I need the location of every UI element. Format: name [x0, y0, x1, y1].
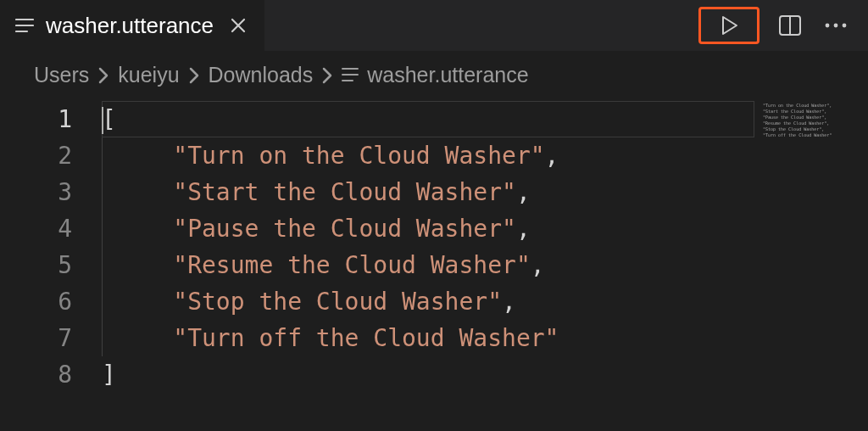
play-icon [718, 14, 740, 36]
close-icon[interactable] [229, 16, 248, 35]
breadcrumb-file[interactable]: washer.utterance [342, 63, 528, 87]
split-editor-button[interactable] [775, 11, 805, 40]
tab-group: washer.utterance [0, 0, 264, 51]
line-number: 6 [0, 283, 102, 320]
code-content[interactable]: [ "Turn on the Cloud Washer", "Start the… [102, 99, 559, 393]
code-line[interactable]: "Turn off the Cloud Washer" [102, 320, 559, 356]
file-lines-icon [15, 17, 34, 34]
minimap-line: "Start the Cloud Washer", [763, 109, 863, 115]
minimap[interactable]: "Turn on the Cloud Washer","Start the Cl… [758, 99, 868, 393]
code-line[interactable]: "Resume the Cloud Washer", [102, 247, 559, 283]
chevron-right-icon [188, 66, 200, 85]
breadcrumb-segment[interactable]: kueiyu [118, 63, 179, 87]
line-number: 7 [0, 320, 102, 356]
line-number: 3 [0, 174, 102, 210]
minimap-line: "Pause the Cloud Washer", [763, 115, 863, 120]
more-actions-button[interactable] [821, 19, 851, 32]
line-number: 5 [0, 247, 102, 283]
minimap-line: "Stop the Cloud Washer", [763, 126, 863, 132]
minimap-line: "Turn on the Cloud Washer", [763, 103, 863, 109]
code-line[interactable]: "Turn on the Cloud Washer", [102, 137, 559, 174]
chevron-right-icon [97, 66, 109, 85]
tab-title: washer.utterance [46, 13, 214, 39]
breadcrumb-segment[interactable]: Downloads [209, 63, 314, 87]
tab-actions [698, 7, 868, 44]
minimap-line: "Turn off the Cloud Washer" [763, 132, 863, 138]
code-line[interactable]: ] [102, 356, 559, 393]
minimap-line: "Resume the Cloud Washer", [763, 120, 863, 126]
breadcrumb: Users kueiyu Downloads washer.utterance [0, 51, 868, 99]
code-line[interactable]: "Stop the Cloud Washer", [102, 283, 559, 320]
chevron-right-icon [321, 66, 333, 85]
line-number: 4 [0, 210, 102, 247]
file-lines-icon [342, 63, 359, 87]
code-line[interactable]: "Start the Cloud Washer", [102, 174, 559, 210]
ellipsis-icon [824, 22, 848, 29]
code-line[interactable]: [ [102, 101, 559, 137]
line-number-gutter: 12345678 [0, 99, 102, 393]
breadcrumb-filename: washer.utterance [367, 63, 528, 87]
run-button[interactable] [698, 7, 760, 44]
tab-active[interactable]: washer.utterance [0, 0, 264, 51]
svg-point-3 [834, 24, 838, 28]
svg-point-4 [843, 24, 847, 28]
split-icon [778, 14, 802, 36]
svg-point-2 [826, 24, 830, 28]
line-number: 2 [0, 137, 102, 174]
tab-bar: washer.utterance [0, 0, 868, 51]
breadcrumb-segment[interactable]: Users [34, 63, 89, 87]
line-number: 8 [0, 356, 102, 393]
line-number: 1 [0, 101, 102, 137]
editor-area[interactable]: 12345678 [ "Turn on the Cloud Washer", "… [0, 99, 868, 393]
code-line[interactable]: "Pause the Cloud Washer", [102, 210, 559, 247]
